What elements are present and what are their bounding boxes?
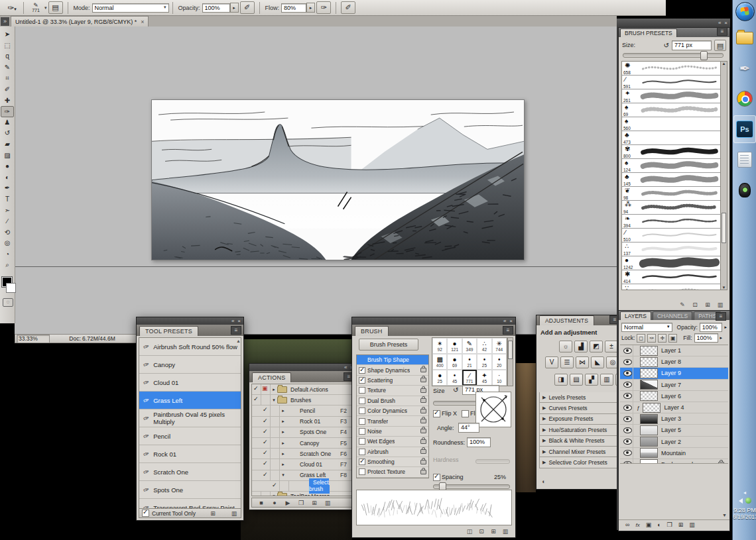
network-icon[interactable] bbox=[745, 498, 751, 504]
layer-row[interactable]: Layer 7 bbox=[620, 380, 728, 391]
tool-button[interactable]: T bbox=[1, 194, 14, 205]
adjustment-icon[interactable]: ± bbox=[605, 341, 618, 352]
tablet-opacity-icon[interactable]: ✐ bbox=[240, 1, 255, 14]
tab-brush[interactable]: BRUSH bbox=[355, 326, 389, 336]
action-enabled-checkbox[interactable] bbox=[261, 405, 271, 415]
lock-icon[interactable]: ◫ bbox=[466, 528, 473, 535]
blend-mode-select[interactable]: Normal▾ bbox=[621, 323, 672, 332]
collapse-icon[interactable]: « bbox=[718, 20, 721, 26]
list-scrollbar[interactable]: ▲ ▼ bbox=[720, 61, 727, 290]
action-modal-toggle[interactable] bbox=[271, 470, 280, 480]
tool-button[interactable]: ✑ bbox=[1, 106, 14, 117]
brush-tip-cell[interactable]: ▩ 400 bbox=[432, 354, 447, 370]
action-modal-toggle[interactable] bbox=[271, 405, 280, 415]
trash-icon[interactable]: ▥ bbox=[501, 528, 509, 535]
adjustment-preset-row[interactable]: ▶ Black & White Presets bbox=[539, 436, 619, 447]
brush-tip-cell[interactable]: ✳ 744 bbox=[492, 338, 507, 354]
flip-x-checkbox[interactable] bbox=[433, 410, 440, 417]
layer-thumbnail[interactable] bbox=[640, 448, 658, 458]
collapse-icon[interactable]: « bbox=[231, 319, 234, 324]
option-checkbox[interactable] bbox=[359, 398, 365, 404]
action-enabled-checkbox[interactable] bbox=[252, 492, 261, 496]
tool-preset-row[interactable]: ✑ Spots One bbox=[139, 481, 241, 499]
layer-thumbnail[interactable] bbox=[640, 346, 658, 356]
brush-option-row[interactable]: Transfer bbox=[357, 416, 428, 426]
action-enabled-checkbox[interactable] bbox=[252, 395, 261, 405]
tool-button[interactable]: ✎ bbox=[1, 62, 14, 74]
trash-icon[interactable]: ▥ bbox=[716, 301, 724, 308]
tool-button[interactable]: ✐ bbox=[1, 84, 14, 95]
adjustment-preset-row[interactable]: ▶ Exposure Presets bbox=[539, 414, 619, 425]
brush-preset-row[interactable]: ♠ 560 bbox=[622, 117, 720, 131]
brush-preset-row[interactable]: ♠ 69 bbox=[622, 103, 720, 117]
taskbar-camera-button[interactable] bbox=[733, 176, 756, 204]
action-modal-toggle[interactable] bbox=[271, 459, 280, 469]
taskbar-chrome-button[interactable] bbox=[733, 85, 756, 113]
layer-style-icon[interactable]: fx bbox=[635, 522, 639, 528]
lock-icon[interactable] bbox=[420, 439, 426, 444]
tool-preset-row[interactable]: ✑ Cloud 01 bbox=[139, 374, 241, 392]
tool-preset-row[interactable]: ✑ Canopy bbox=[139, 356, 241, 374]
tool-preset-row[interactable]: ✑ Pencil bbox=[139, 427, 241, 445]
layer-thumbnail[interactable] bbox=[640, 459, 658, 464]
brush-preset-row[interactable]: ∴ 137 bbox=[622, 243, 720, 256]
spacing-checkbox[interactable] bbox=[433, 474, 440, 481]
new-action-icon[interactable]: ⊞ bbox=[310, 500, 318, 506]
brush-preset-row[interactable]: ✾ 800 bbox=[622, 145, 720, 159]
adjustment-icon[interactable]: ▤ bbox=[570, 374, 583, 386]
zoom-level-field[interactable]: 33.33% bbox=[17, 335, 50, 343]
adjustment-icon[interactable]: ◣ bbox=[591, 356, 604, 368]
action-modal-toggle[interactable] bbox=[261, 395, 271, 405]
tool-button[interactable]: ⌕ bbox=[1, 260, 14, 271]
tool-preset-row[interactable]: ✑ Paintbrush Oval 45 pixels Multiply bbox=[139, 409, 241, 427]
action-modal-toggle[interactable] bbox=[271, 438, 280, 448]
tab-close-icon[interactable]: × bbox=[141, 19, 144, 25]
brush-tip-cell[interactable]: ✦ 45 bbox=[477, 370, 491, 386]
new-brush-icon[interactable]: ⊞ bbox=[489, 528, 497, 535]
expand-arrow-icon[interactable]: ▸ bbox=[271, 387, 277, 392]
lock-icon[interactable] bbox=[420, 388, 426, 393]
layer-row[interactable]: Layer 8 bbox=[620, 356, 728, 368]
brush-option-row[interactable]: Texture bbox=[357, 386, 428, 396]
angle-field[interactable]: 44° bbox=[458, 423, 479, 433]
return-to-list-icon[interactable]: ◖ bbox=[539, 478, 547, 485]
start-button[interactable] bbox=[735, 2, 755, 21]
flow-field[interactable]: 80% bbox=[281, 3, 306, 13]
lock-icon[interactable] bbox=[420, 398, 426, 403]
option-checkbox[interactable] bbox=[359, 407, 365, 414]
close-icon[interactable]: × bbox=[724, 20, 727, 26]
mode-select[interactable]: Normal▾ bbox=[92, 3, 169, 13]
layer-row[interactable]: Mountain bbox=[620, 448, 728, 459]
brush-option-row[interactable]: Smoothing bbox=[357, 457, 428, 467]
brush-preset-row[interactable]: ∵ 414 bbox=[622, 284, 720, 290]
reset-icon[interactable]: ↺ bbox=[664, 42, 669, 49]
tool-button[interactable]: ➤ bbox=[1, 29, 14, 40]
collapse-icon[interactable]: « bbox=[503, 319, 506, 324]
adjustment-icon[interactable]: ⋈ bbox=[576, 356, 589, 368]
brush-preset-row[interactable]: ⁂ 94 bbox=[622, 201, 720, 215]
layers-panel-tab[interactable]: LAYERS bbox=[620, 311, 651, 320]
taskbar-photoshop-button[interactable]: Ps bbox=[733, 115, 756, 143]
background-color-swatch[interactable] bbox=[6, 283, 16, 293]
fill-arrow-icon[interactable]: ▸ bbox=[720, 335, 723, 341]
adjustment-icon[interactable]: ☰ bbox=[560, 356, 574, 368]
action-modal-toggle[interactable] bbox=[271, 449, 280, 459]
layer-row[interactable]: Layer 5 bbox=[620, 425, 728, 436]
add-mask-icon[interactable]: ▣ bbox=[646, 521, 652, 528]
tool-button[interactable]: ➣ bbox=[1, 205, 14, 217]
tool-button[interactable]: ♟ bbox=[1, 117, 14, 129]
new-layer-icon[interactable]: ⊞ bbox=[678, 521, 684, 528]
adjustment-icon[interactable]: ☼ bbox=[559, 341, 572, 352]
option-checkbox[interactable] bbox=[359, 468, 365, 475]
brush-preset-picker[interactable]: ✎ 771 bbox=[27, 3, 44, 13]
visibility-toggle[interactable] bbox=[622, 356, 633, 367]
brush-tip-cell[interactable]: ● 69 bbox=[447, 354, 462, 370]
tool-button[interactable]: ● bbox=[1, 161, 14, 172]
brush-tip-cell[interactable]: • 25 bbox=[477, 354, 491, 370]
adjustment-preset-row[interactable]: ▶ Levels Presets bbox=[539, 392, 619, 403]
tray-expand-icon[interactable]: ◂ bbox=[733, 490, 756, 496]
action-enabled-checkbox[interactable] bbox=[261, 449, 271, 459]
lock-paint-icon[interactable]: ✑ bbox=[647, 334, 656, 343]
new-adjustment-icon[interactable]: ◐ bbox=[657, 521, 661, 528]
volume-icon[interactable] bbox=[739, 498, 743, 504]
